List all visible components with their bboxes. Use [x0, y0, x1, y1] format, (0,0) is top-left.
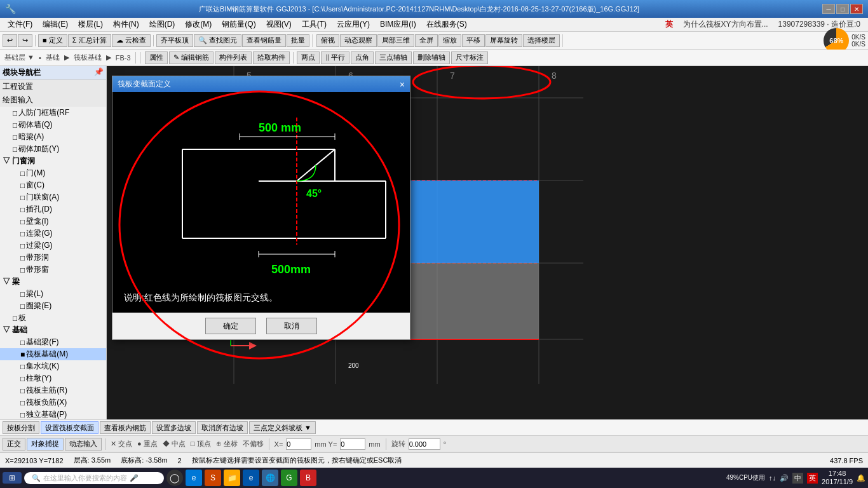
tree-item-isolated-foundation[interactable]: □ 独立基础(P) — [0, 409, 106, 419]
breadcrumb-base[interactable]: 基础 — [44, 53, 62, 62]
tree-item-door-window[interactable]: □ 门联窗(A) — [0, 191, 106, 203]
tree-item-raft[interactable]: ■ 筏板基础(M) — [0, 348, 106, 360]
sidebar-pin-icon[interactable]: 📌 — [94, 67, 104, 78]
btn-edit-rebar[interactable]: ✎ 编辑钢筋 — [169, 51, 214, 64]
tray-lang-en[interactable]: 英 — [807, 473, 818, 484]
btn-properties[interactable]: 属性 — [145, 51, 168, 64]
breadcrumb-layer[interactable]: 基础层 ▼ — [3, 53, 36, 62]
breadcrumb-raft[interactable]: 筏板基础 — [72, 53, 104, 62]
btn-view-rebar[interactable]: 查看钢筋量 — [242, 34, 286, 47]
start-button[interactable]: ⊞ — [3, 472, 22, 484]
btn-cancel-slopes[interactable]: 取消所有边坡 — [197, 421, 248, 434]
btn-define[interactable]: ■ 定义 — [38, 34, 67, 47]
btn-set-raft-section[interactable]: 设置筏板变截面 — [41, 421, 98, 434]
task-icon-ie[interactable]: e — [243, 470, 259, 486]
btn-zoom[interactable]: 缩放 — [438, 34, 461, 47]
y-input[interactable] — [340, 438, 365, 450]
close-button[interactable]: ✕ — [850, 4, 863, 14]
tree-item-raft-neg-rebar[interactable]: □ 筏板负筋(X) — [0, 396, 106, 409]
btn-find[interactable]: 🔍 查找图元 — [194, 34, 241, 47]
task-icon-browser[interactable]: e — [186, 470, 202, 486]
tree-item-door[interactable]: □ 门(M) — [0, 167, 106, 179]
btn-angle[interactable]: 点角 — [351, 51, 374, 64]
btn-pick-component[interactable]: 拾取构件 — [253, 51, 290, 64]
menu-bim[interactable]: BIM应用(I) — [375, 18, 421, 31]
tree-item-hole[interactable]: □ 插孔(D) — [0, 203, 106, 215]
btn-total[interactable]: Σ 汇总计算 — [68, 34, 111, 47]
tree-item-coupling-beam[interactable]: □ 连梁(G) — [0, 227, 106, 240]
rotate-input[interactable] — [409, 438, 440, 450]
menu-layer[interactable]: 楼层(L) — [73, 18, 108, 31]
tree-item-beam[interactable]: □ 梁(L) — [0, 288, 106, 300]
tree-group-beam[interactable]: ▽ 梁 — [0, 276, 106, 288]
section-drawing-input[interactable]: 绘图输入 — [0, 93, 106, 107]
task-icon-folder[interactable]: 📁 — [224, 470, 240, 486]
tree-item-strip-window[interactable]: □ 带形窗 — [0, 264, 106, 276]
tree-group-foundation[interactable]: ▽ 基础 — [0, 324, 106, 336]
btn-screen-rotate[interactable]: 屏幕旋转 — [485, 34, 522, 47]
menu-cloud[interactable]: 云应用(Y) — [332, 18, 375, 31]
dialog-confirm-button[interactable]: 确定 — [205, 318, 256, 334]
x-input[interactable] — [286, 438, 311, 450]
tree-item-niche[interactable]: □ 壁龛(I) — [0, 215, 106, 227]
btn-pan[interactable]: 平移 — [462, 34, 485, 47]
cad-canvas[interactable]: 5 6 7 8 — [107, 66, 868, 419]
btn-ortho[interactable]: 正交 — [3, 438, 25, 451]
tree-item-ring-beam[interactable]: □ 圈梁(E) — [0, 300, 106, 312]
breadcrumb-fb3[interactable]: FB-3 — [114, 54, 133, 62]
tree-item-raft-main-rebar[interactable]: □ 筏板主筋(R) — [0, 384, 106, 396]
btn-undo[interactable]: ↩ — [3, 34, 17, 47]
btn-dynamic[interactable]: 动态观察 — [340, 34, 377, 47]
tray-notification[interactable]: 🔔 — [857, 474, 865, 482]
tree-item-over-beam[interactable]: □ 过梁(G) — [0, 240, 106, 252]
btn-top-view[interactable]: 俯视 — [316, 34, 339, 47]
btn-component-list[interactable]: 构件列表 — [215, 51, 252, 64]
tree-item-column-pier[interactable]: □ 柱墩(Y) — [0, 372, 106, 384]
task-icon-cortana[interactable]: ◯ — [166, 470, 183, 486]
menu-online[interactable]: 在线服务(S) — [421, 18, 472, 31]
btn-cloud-check[interactable]: ☁ 云检查 — [112, 34, 151, 47]
menu-file[interactable]: 文件(F) — [3, 18, 37, 31]
btn-local-3d[interactable]: 局部三维 — [377, 34, 414, 47]
tree-item-masonry-rebar[interactable]: □ 砌体加筋(Y) — [0, 143, 106, 155]
task-icon-app2[interactable]: 🌐 — [262, 470, 278, 486]
tree-item-foundation-beam[interactable]: □ 基础梁(F) — [0, 336, 106, 348]
maximize-button[interactable]: □ — [836, 4, 849, 14]
btn-three-point-axis[interactable]: 三点辅轴 — [375, 51, 412, 64]
btn-dynamic-input[interactable]: 动态输入 — [65, 438, 102, 451]
search-bar[interactable]: 🔍 在这里输入你要搜索的内容 🎤 — [24, 472, 164, 484]
menu-edit[interactable]: 编辑(E) — [37, 18, 73, 31]
btn-three-point-slope[interactable]: 三点定义斜坡板 ▼ — [249, 421, 316, 434]
menu-component[interactable]: 构件(N) — [108, 18, 144, 31]
btn-delete-axis[interactable]: 删除辅轴 — [413, 51, 450, 64]
btn-split-by-slab[interactable]: 按板分割 — [3, 421, 39, 434]
tree-group-doors-windows[interactable]: ▽ 门窗洞 — [0, 155, 106, 167]
tree-item-rfwall[interactable]: □ 人防门框墙(RF — [0, 107, 106, 119]
btn-align-top[interactable]: 齐平板顶 — [156, 34, 193, 47]
menu-modify[interactable]: 修改(M) — [180, 18, 217, 31]
btn-set-multi-slope[interactable]: 设置多边坡 — [152, 421, 196, 434]
menu-view[interactable]: 视图(V) — [261, 18, 297, 31]
task-icon-app3[interactable]: G — [281, 470, 297, 486]
btn-two-point[interactable]: 两点 — [297, 51, 320, 64]
btn-fullscreen[interactable]: 全屏 — [415, 34, 438, 47]
section-project-settings[interactable]: 工程设置 — [0, 80, 106, 93]
tree-item-slab[interactable]: □ 板 — [0, 312, 106, 324]
menu-extra[interactable]: 为什么筏板XY方向布置... — [678, 18, 773, 31]
menu-en[interactable]: 英 — [660, 18, 678, 31]
tray-lang-zh[interactable]: 中 — [792, 473, 803, 484]
task-icon-app4[interactable]: B — [300, 470, 316, 486]
menu-draw[interactable]: 绘图(D) — [144, 18, 180, 31]
tree-item-strip-hole[interactable]: □ 带形洞 — [0, 252, 106, 264]
task-icon-app1[interactable]: S — [205, 470, 221, 486]
menu-tools[interactable]: 工具(T) — [297, 18, 332, 31]
btn-parallel[interactable]: ‖ 平行 — [321, 51, 349, 64]
dialog-cancel-button[interactable]: 取消 — [266, 318, 317, 334]
tree-item-pit[interactable]: □ 集水坑(K) — [0, 360, 106, 372]
btn-batch[interactable]: 批量 — [287, 34, 309, 47]
btn-select-floor[interactable]: 选择楼层 — [523, 34, 560, 47]
menu-rebar[interactable]: 钢筋量(Q) — [217, 18, 261, 31]
btn-object-snap[interactable]: 对象捕捉 — [27, 438, 64, 451]
btn-redo[interactable]: ↪ — [18, 34, 32, 47]
btn-dimension[interactable]: 尺寸标注 — [451, 51, 488, 64]
